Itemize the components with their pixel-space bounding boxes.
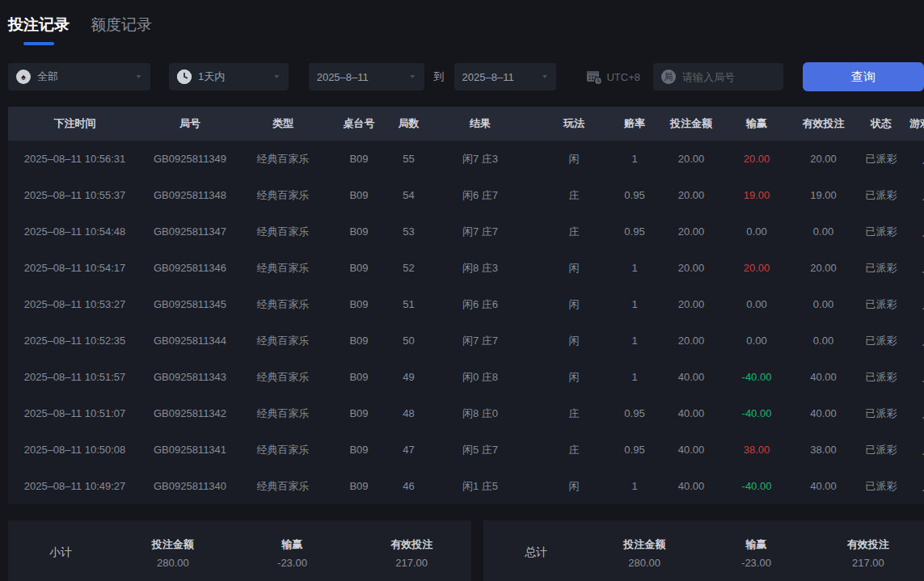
table-cell: 经典百家乐 [238,141,327,177]
summary-stat-value: -23.00 [700,557,812,569]
table-cell: 0.00 [786,322,861,359]
column-header: 下注时间 [8,107,141,141]
table-cell: 经典百家乐 [238,213,327,250]
table-cell: 闲8 庄0 [427,395,534,432]
table-cell: 40.00 [786,468,861,504]
timezone-selector[interactable]: UTC+8 [585,68,640,86]
table-cell: 闲 [534,322,614,359]
table-cell: 20.00 [655,213,728,250]
table-cell: 已派彩 [861,395,901,432]
table-cell: 1 [614,322,655,359]
table-cell: 已派彩 [861,322,901,359]
table-cell: 38.00 [728,432,786,468]
tab-betting-records[interactable]: 投注记录 [8,15,70,45]
game-type-dropdown[interactable]: ♠ 全部 ▼ [8,63,150,91]
tab-quota-records[interactable]: 额度记录 [91,15,152,45]
column-header: 桌台号 [327,107,390,141]
table-cell: 1 [614,141,655,177]
table-cell: 1 [614,250,655,286]
search-button[interactable]: 查询 [803,62,924,91]
table-row: 2025–08–11 10:51:57GB0925811343经典百家乐B094… [8,359,924,395]
date-to-picker[interactable]: 2025–8–11 ▼ [454,63,557,91]
summary-stat-value: 217.00 [352,557,471,569]
table-cell: 已派彩 [861,177,901,213]
subtotal-label: 小计 [8,545,113,560]
table-cell: 40.00 [655,468,728,504]
table-cell: 2025–08–11 10:54:17 [8,250,141,286]
table-body: 2025–08–11 10:56:31GB0925811349经典百家乐B095… [8,141,924,504]
round-number-input[interactable] [682,71,775,83]
table-cell: 入 [901,468,924,504]
table-cell: 已派彩 [861,286,901,322]
table-cell: 入 [901,322,924,359]
table-cell: GB0925811340 [141,468,238,504]
summary-stat-value: 280.00 [589,557,700,569]
time-range-dropdown[interactable]: 1天内 ▼ [169,63,289,91]
table-cell: 闲 [534,141,614,177]
summary-stat-value: 280.00 [113,557,233,569]
summary-stat: 投注金额280.00 [113,537,233,569]
filter-bar: ♠ 全部 ▼ 1天内 ▼ 2025–8–11 ▼ 到 2025–8–11 ▼ [8,63,924,91]
column-header: 状态 [861,107,901,141]
table-cell: B09 [327,213,390,250]
round-search-field[interactable]: 局 [653,63,783,91]
summary-section: 小计 投注金额280.00输赢-23.00有效投注217.00 总计 投注金额2… [8,520,924,581]
summary-stat-value: 217.00 [812,557,924,569]
table-cell: 经典百家乐 [238,432,327,468]
table-row: 2025–08–11 10:55:37GB0925811348经典百家乐B095… [8,177,924,213]
table-cell: GB0925811343 [141,359,238,395]
table-cell: B09 [327,395,390,432]
table-cell: 闲 [534,250,614,286]
table-cell: 49 [390,359,427,395]
table-cell: GB0925811345 [141,286,238,322]
summary-stat: 有效投注217.00 [812,537,924,569]
chevron-down-icon: ▼ [409,74,416,80]
table-cell: 19.00 [728,177,786,213]
table-cell: B09 [327,432,390,468]
table-cell: B09 [327,359,390,395]
column-header: 局数 [390,107,427,141]
date-from-value: 2025–8–11 [317,71,369,83]
table-row: 2025–08–11 10:53:27GB0925811345经典百家乐B095… [8,286,924,322]
table-cell: 55 [390,141,427,177]
table-cell: 40.00 [786,359,861,395]
chevron-down-icon: ▼ [135,74,142,80]
table-cell: 2025–08–11 10:55:37 [8,177,141,213]
table-cell: B09 [327,286,390,322]
table-cell: 0.95 [614,177,655,213]
table-cell: 40.00 [655,359,728,395]
table-cell: 经典百家乐 [238,177,327,213]
table-cell: -40.00 [728,468,786,504]
table-cell: 40.00 [655,432,728,468]
table-cell: 入 [901,395,924,432]
table-cell: 20.00 [728,141,786,177]
table-cell: 20.00 [655,141,728,177]
column-header: 有效投注 [786,107,861,141]
summary-stat-label: 有效投注 [352,537,471,552]
table-cell: 闲1 庄5 [427,468,534,504]
table-cell: 庄 [534,395,614,432]
table-cell: B09 [327,322,390,359]
table-cell: 2025–08–11 10:54:48 [8,213,141,250]
table-cell: 已派彩 [861,141,901,177]
table-cell: 20.00 [655,177,728,213]
table-cell: 已派彩 [861,468,901,504]
date-from-picker[interactable]: 2025–8–11 ▼ [309,63,424,91]
active-tab-underline [23,42,54,45]
table-cell: 1 [614,359,655,395]
calendar-clock-icon [585,68,603,86]
time-range-value: 1天内 [198,69,225,84]
table-cell: 入 [901,250,924,286]
table-cell: 20.00 [655,322,728,359]
table-cell: B09 [327,250,390,286]
game-type-value: 全部 [37,69,58,84]
table-row: 2025–08–11 10:50:08GB0925811341经典百家乐B094… [8,432,924,468]
table-cell: 经典百家乐 [238,468,327,504]
total-label: 总计 [483,545,589,560]
table-cell: 闲 [534,286,614,322]
subtotal-panel: 小计 投注金额280.00输赢-23.00有效投注217.00 [8,520,471,581]
summary-stat: 输赢-23.00 [233,537,352,569]
table-cell: -40.00 [728,359,786,395]
summary-stat: 输赢-23.00 [700,537,812,569]
column-header: 结果 [427,107,534,141]
